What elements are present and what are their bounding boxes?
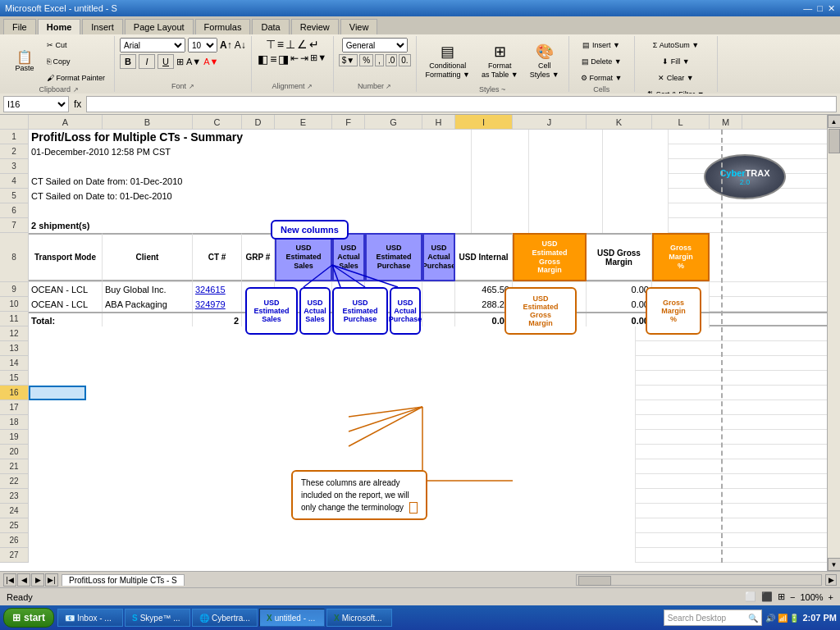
- row-header-2[interactable]: 2: [0, 144, 28, 159]
- cell-A10[interactable]: OCEAN - LCL: [29, 297, 103, 312]
- cell-K8[interactable]: USD GrossMargin: [587, 233, 652, 281]
- taskbar-item-inbox[interactable]: 📧 Inbox - ...: [57, 609, 123, 627]
- row-header-5[interactable]: 5: [0, 189, 28, 203]
- taskbar-item-untitled[interactable]: X untitled - ...: [259, 609, 325, 627]
- cell-C9[interactable]: 324615: [193, 282, 242, 297]
- zoom-out-btn[interactable]: −: [790, 592, 795, 602]
- col-header-E[interactable]: E: [275, 115, 332, 129]
- row-header-8[interactable]: 8: [0, 233, 28, 282]
- cell-J2[interactable]: [529, 144, 603, 159]
- cell-row19[interactable]: [29, 430, 636, 445]
- cell-A4[interactable]: CT Sailed on Date from: 01-Dec-2010: [29, 174, 472, 189]
- tab-first-btn[interactable]: |◀: [3, 573, 16, 587]
- cell-A1[interactable]: Profit/Loss for Multiple CTs - Summary: [29, 130, 472, 144]
- autosum-button[interactable]: Σ AutoSum ▼: [649, 38, 704, 52]
- col-header-M[interactable]: M: [710, 115, 742, 129]
- cell-B9[interactable]: Buy Global Inc.: [103, 282, 193, 297]
- cell-row20[interactable]: [29, 445, 636, 459]
- cell-A3[interactable]: [29, 159, 472, 174]
- cell-I4[interactable]: [472, 174, 529, 189]
- row-header-21[interactable]: 21: [0, 459, 28, 474]
- increase-indent-btn[interactable]: ⇥: [300, 52, 308, 66]
- cell-row25[interactable]: [29, 518, 636, 533]
- row-header-15[interactable]: 15: [0, 371, 28, 386]
- fill-color-button[interactable]: A▼: [186, 57, 201, 66]
- font-family-select[interactable]: Arial: [120, 38, 185, 52]
- format-cells-button[interactable]: ⚙ Format ▼: [577, 71, 626, 85]
- col-header-D[interactable]: D: [242, 115, 275, 129]
- formula-expand-btn[interactable]: fx: [71, 98, 84, 110]
- paste-button[interactable]: 📋 Paste: [8, 38, 41, 85]
- cell-J6[interactable]: [529, 203, 603, 218]
- col-header-H[interactable]: H: [422, 115, 455, 129]
- borders-button[interactable]: ⊞: [176, 57, 184, 67]
- col-header-J[interactable]: J: [513, 115, 587, 129]
- close-btn[interactable]: ✕: [828, 3, 835, 14]
- row-header-11[interactable]: 11: [0, 312, 28, 326]
- cell-J8[interactable]: USDEstimatedGrossMargin: [513, 233, 587, 281]
- maximize-btn[interactable]: □: [817, 3, 823, 14]
- row-header-16[interactable]: 16: [0, 386, 28, 400]
- percent-btn[interactable]: %: [359, 54, 373, 66]
- tab-page-layout[interactable]: Page Layout: [125, 19, 194, 34]
- align-left-btn[interactable]: ◧: [258, 52, 268, 66]
- col-header-F[interactable]: F: [332, 115, 365, 129]
- row-header-3[interactable]: 3: [0, 159, 28, 174]
- cell-A7[interactable]: 2 shipment(s): [29, 218, 472, 233]
- row-header-20[interactable]: 20: [0, 445, 28, 459]
- currency-btn[interactable]: $▼: [339, 54, 358, 66]
- search-icon[interactable]: 🔍: [748, 614, 758, 623]
- cell-J3[interactable]: [529, 159, 603, 174]
- decrease-decimal-btn[interactable]: .0: [386, 54, 397, 66]
- tab-insert[interactable]: Insert: [82, 19, 123, 34]
- cell-row15[interactable]: [29, 371, 636, 386]
- row-header-9[interactable]: 9: [0, 282, 28, 297]
- row-header-26[interactable]: 26: [0, 533, 28, 548]
- scroll-track[interactable]: [828, 128, 840, 558]
- cell-I2[interactable]: [472, 144, 529, 159]
- start-button[interactable]: ⊞ start: [3, 608, 54, 628]
- cell-row14[interactable]: [29, 356, 636, 371]
- number-format-select[interactable]: General: [342, 38, 408, 52]
- cell-J5[interactable]: [529, 189, 603, 203]
- row-header-4[interactable]: 4: [0, 174, 28, 189]
- conditional-formatting-button[interactable]: ▤ ConditionalFormatting ▼: [422, 38, 474, 85]
- scroll-up-btn[interactable]: ▲: [828, 115, 841, 128]
- copy-button[interactable]: ⎘ Copy: [43, 54, 109, 69]
- scroll-down-btn[interactable]: ▼: [828, 558, 841, 571]
- cell-C8[interactable]: CT #: [193, 233, 242, 281]
- angle-text-btn[interactable]: ∠: [297, 38, 308, 51]
- row-header-24[interactable]: 24: [0, 504, 28, 518]
- underline-button[interactable]: U: [158, 54, 174, 69]
- cell-K6[interactable]: [603, 203, 669, 218]
- row-header-6[interactable]: 6: [0, 203, 28, 218]
- cell-styles-button[interactable]: 🎨 CellStyles ▼: [526, 38, 564, 85]
- cell-K1[interactable]: [603, 130, 669, 144]
- taskbar-item-cybertra[interactable]: 🌐 Cybertra...: [192, 609, 258, 627]
- cell-row18[interactable]: [29, 415, 636, 430]
- row-header-22[interactable]: 22: [0, 474, 28, 489]
- tab-next-btn[interactable]: ▶: [31, 573, 44, 587]
- cell-I7[interactable]: [472, 218, 529, 233]
- cell-B10[interactable]: ABA Packaging: [103, 297, 193, 312]
- hscroll-right-btn[interactable]: ▶: [825, 574, 837, 586]
- font-size-select[interactable]: 10: [188, 38, 217, 52]
- align-right-btn[interactable]: ◨: [278, 52, 289, 66]
- fill-button[interactable]: ⬇ Fill ▼: [658, 54, 693, 69]
- cell-H9[interactable]: [422, 282, 455, 297]
- cell-row27[interactable]: [29, 548, 636, 563]
- cell-L8[interactable]: GrossMargin%: [652, 233, 710, 281]
- cell-D8[interactable]: GRP #: [242, 233, 275, 281]
- cell-A2[interactable]: 01-December-2010 12:58 PM CST: [29, 144, 472, 159]
- formula-input[interactable]: [86, 96, 837, 112]
- cell-H8[interactable]: USDActualPurchase: [422, 233, 455, 281]
- cell-row16-rest[interactable]: [86, 386, 636, 400]
- tab-view[interactable]: View: [340, 19, 378, 34]
- cell-K9[interactable]: 0.00: [587, 282, 652, 297]
- row-header-19[interactable]: 19: [0, 430, 28, 445]
- cell-B8[interactable]: Client: [103, 233, 193, 281]
- delete-cells-button[interactable]: ▤ Delete ▼: [578, 54, 626, 69]
- cell-I8[interactable]: USD Internal: [455, 233, 513, 281]
- row-header-17[interactable]: 17: [0, 400, 28, 415]
- row-header-13[interactable]: 13: [0, 341, 28, 356]
